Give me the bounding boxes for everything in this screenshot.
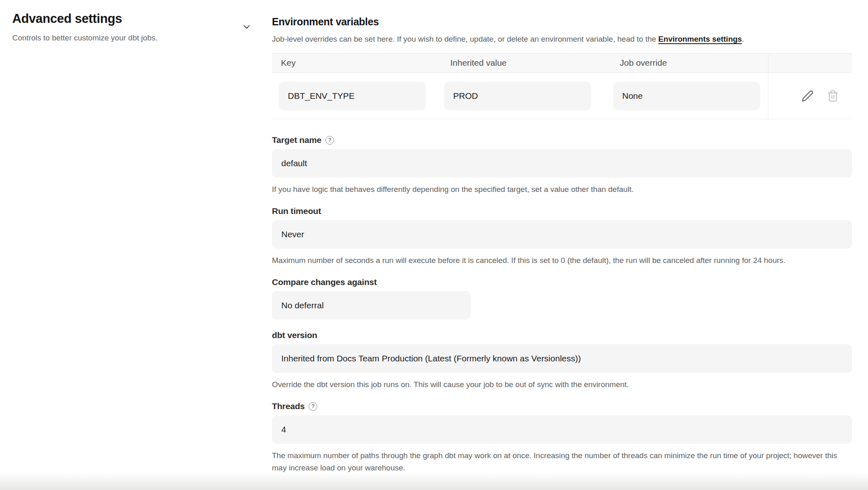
compare-changes-label-text: Compare changes against	[272, 277, 377, 287]
env-var-job-override-value: None	[613, 82, 760, 110]
compare-changes-field: Compare changes against No deferral	[272, 277, 852, 320]
dbt-version-label: dbt version	[272, 330, 852, 341]
column-header-job-override: Job override	[606, 58, 768, 68]
pencil-icon	[801, 90, 814, 102]
advanced-settings-content: Environment variables Job-level override…	[272, 12, 852, 474]
environments-settings-link[interactable]: Environments settings	[658, 35, 742, 43]
dbt-version-label-text: dbt version	[272, 330, 317, 341]
env-vars-table: Key Inherited value Job override DBT_ENV…	[272, 53, 852, 119]
column-header-key: Key	[272, 58, 437, 68]
compare-changes-label: Compare changes against	[272, 277, 852, 287]
threads-field: Threads ? 4 The maximum number of paths …	[272, 401, 852, 474]
column-header-actions	[768, 53, 852, 72]
target-name-input[interactable]: default	[272, 149, 852, 178]
help-icon[interactable]: ?	[325, 136, 334, 145]
bottom-scroll-fade	[0, 472, 868, 490]
run-timeout-input[interactable]: Never	[272, 220, 852, 249]
target-name-label-text: Target name	[272, 135, 321, 145]
advanced-settings-panel: Advanced settings Controls to better cus…	[12, 11, 241, 43]
dbt-version-input[interactable]: Inherited from Docs Team Production (Lat…	[272, 344, 852, 373]
run-timeout-field: Run timeout Never Maximum number of seco…	[272, 206, 852, 267]
env-vars-table-header: Key Inherited value Job override	[272, 53, 852, 73]
target-name-helper: If you have logic that behaves different…	[272, 183, 852, 196]
target-name-label: Target name ?	[272, 135, 852, 145]
env-var-inherited-value: PROD	[444, 82, 591, 110]
dbt-version-helper: Override the dbt version this job runs o…	[272, 379, 852, 391]
threads-label: Threads ?	[272, 401, 852, 412]
run-timeout-helper: Maximum number of seconds a run will exe…	[272, 254, 852, 267]
table-row: DBT_ENV_TYPE PROD None	[272, 73, 852, 119]
compare-changes-select[interactable]: No deferral	[272, 291, 471, 320]
run-timeout-label-text: Run timeout	[272, 206, 321, 216]
edit-env-var-button[interactable]	[801, 89, 815, 103]
dbt-version-field: dbt version Inherited from Docs Team Pro…	[272, 330, 852, 391]
threads-helper: The maximum number of paths through the …	[272, 450, 852, 474]
threads-label-text: Threads	[272, 401, 305, 412]
trash-icon	[827, 90, 839, 102]
run-timeout-label: Run timeout	[272, 206, 852, 216]
help-icon[interactable]: ?	[309, 402, 317, 411]
collapse-section-button[interactable]	[239, 20, 254, 34]
target-name-field: Target name ? default If you have logic …	[272, 135, 852, 196]
page-title: Advanced settings	[12, 11, 241, 27]
env-vars-title: Environment variables	[272, 15, 852, 29]
delete-env-var-button[interactable]	[826, 89, 840, 103]
row-actions	[768, 73, 852, 119]
env-var-key-value: DBT_ENV_TYPE	[279, 82, 426, 110]
env-vars-description-text: Job-level overrides can be set here. If …	[272, 35, 658, 43]
column-header-inherited-value: Inherited value	[437, 58, 606, 68]
chevron-down-icon	[241, 22, 252, 32]
env-vars-description-period: .	[742, 35, 744, 43]
env-vars-description: Job-level overrides can be set here. If …	[272, 34, 852, 45]
page-subtitle: Controls to better customize your dbt jo…	[12, 33, 241, 43]
threads-input[interactable]: 4	[272, 415, 852, 444]
